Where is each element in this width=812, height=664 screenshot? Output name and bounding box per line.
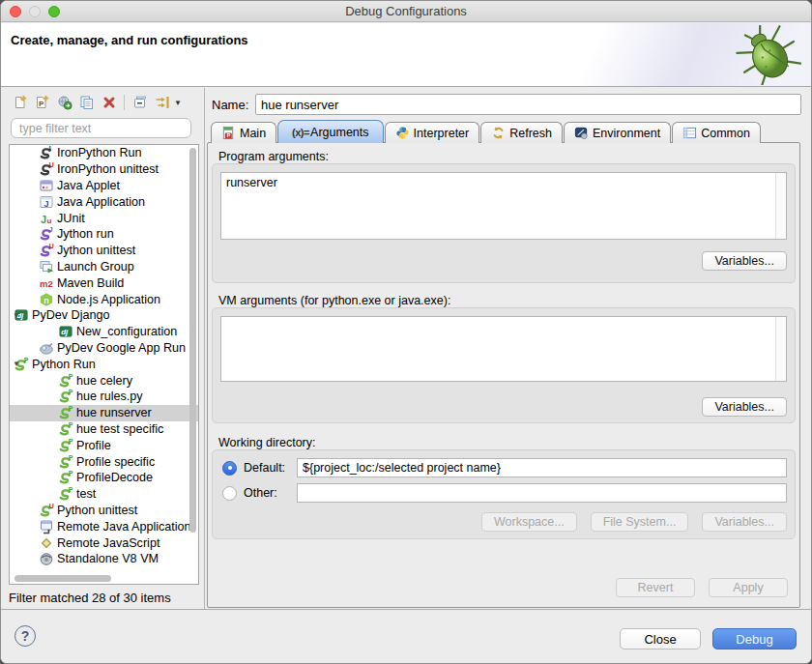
tree-horizontal-scrollbar[interactable] — [14, 575, 111, 582]
tree-item-label: Java Applet — [57, 179, 120, 192]
tree-item-label: Launch Group — [57, 260, 134, 274]
default-radio[interactable] — [222, 461, 237, 476]
tab-label: Interpreter — [414, 127, 470, 140]
tree-item-maven-build[interactable]: m2Maven Build — [10, 274, 198, 291]
tree-item-remote-java-application[interactable]: Remote Java Application — [10, 518, 198, 534]
tab-arguments[interactable]: (x)=Arguments — [277, 120, 383, 143]
tree-item-pydev-django[interactable]: ▼djPyDev Django — [10, 307, 198, 324]
svg-text:P: P — [69, 486, 73, 493]
tree-item-label: Maven Build — [57, 276, 124, 290]
java-applet-icon — [39, 178, 54, 193]
tree-item-hue-celery[interactable]: Phue celery — [10, 372, 198, 389]
working-directory-group: Default: Other: Workspace... File System… — [212, 449, 796, 539]
new-prototype-button[interactable]: P — [31, 94, 53, 112]
vm-arguments-variables-button[interactable]: Variables... — [702, 397, 787, 417]
tree-item-java-applet[interactable]: Java Applet — [10, 178, 198, 194]
tree-item-label: Node.js Application — [57, 293, 160, 306]
toolbar-separator — [124, 95, 125, 110]
other-directory-field[interactable] — [297, 483, 787, 503]
collapse-all-button[interactable] — [129, 94, 151, 112]
delete-button[interactable] — [98, 94, 120, 112]
filter-icon — [155, 95, 170, 110]
export-launch-configurations-icon — [57, 95, 72, 110]
tab-common[interactable]: Common — [672, 122, 761, 143]
tree-item-python-run[interactable]: ▼PPython Run — [10, 356, 198, 372]
java-application-icon: J — [39, 194, 54, 210]
svg-text:U: U — [49, 243, 54, 249]
textarea-scrollbar[interactable] — [775, 317, 786, 381]
tab-label: Refresh — [509, 127, 552, 140]
tab-main[interactable]: PMain — [211, 122, 276, 143]
tree-item-profile[interactable]: PProfile — [10, 437, 198, 453]
maven-build-icon: m2 — [39, 275, 54, 291]
vm-arguments-label: VM arguments (for python.exe or java.exe… — [218, 294, 450, 307]
expand-triangle-icon[interactable]: ▼ — [13, 311, 20, 320]
default-directory-field[interactable] — [297, 458, 787, 477]
tree-item-ironpython-run[interactable]: IIronPython Run — [10, 145, 198, 161]
launch-group-icon — [39, 259, 54, 274]
python-run-icon: P — [58, 373, 73, 389]
tree-item-python-unittest[interactable]: UPython unittest — [10, 503, 198, 519]
program-arguments-variables-button[interactable]: Variables... — [702, 251, 787, 271]
duplicate-button[interactable] — [75, 94, 98, 112]
tree-item-label: hue rules.py — [76, 390, 143, 403]
other-radio-label: Other: — [244, 486, 297, 500]
expand-triangle-icon[interactable]: ▼ — [13, 360, 20, 368]
export-launch-configurations-button[interactable] — [53, 94, 75, 112]
tree-item-jython-run[interactable]: JJython run — [10, 226, 198, 243]
revert-button: Revert — [616, 578, 695, 597]
tree-item-profile-specific[interactable]: PProfile specific — [10, 453, 198, 470]
new-launch-configuration-button[interactable] — [9, 94, 31, 112]
program-arguments-group: runserver Variables... — [212, 163, 796, 283]
close-button[interactable]: Close — [620, 628, 701, 650]
svg-text:P: P — [227, 132, 231, 138]
default-radio-label: Default: — [244, 461, 297, 475]
name-input[interactable] — [255, 94, 801, 115]
arguments-tab-icon: (x)= — [292, 125, 306, 139]
tree-item-java-application[interactable]: JJava Application — [10, 193, 198, 210]
apply-button: Apply — [709, 578, 788, 597]
vm-arguments-textarea[interactable] — [220, 316, 787, 382]
tree-item-node-js-application[interactable]: nNode.js Application — [10, 291, 198, 307]
tree-item-pydev-google-app-run[interactable]: PyDev Google App Run — [10, 340, 198, 357]
tree-item-jython-unittest[interactable]: UJython unittest — [10, 243, 198, 259]
svg-text:P: P — [69, 470, 73, 476]
tree-item-test[interactable]: Ptest — [10, 486, 198, 503]
working-directory-label: Working directory: — [218, 436, 316, 449]
program-arguments-textarea[interactable]: runserver — [220, 172, 787, 240]
tree-item-ironpython-unittest[interactable]: UIronPython unittest — [10, 161, 198, 178]
filter-launch-configurations-button[interactable] — [151, 94, 173, 112]
debug-configurations-dialog: Debug Configurations Create, manage, and… — [0, 0, 812, 664]
tab-refresh[interactable]: Refresh — [480, 122, 563, 143]
window-titlebar: Debug Configurations — [1, 1, 811, 22]
tab-environment[interactable]: Environment — [564, 122, 671, 143]
other-radio[interactable] — [222, 486, 237, 501]
python-run-icon: P — [58, 438, 73, 453]
python-run-icon: P — [58, 389, 73, 404]
svg-text:P: P — [69, 454, 73, 461]
duplicate-icon — [79, 95, 95, 110]
tree-item-launch-group[interactable]: Launch Group — [10, 259, 198, 275]
filter-menu-caret-icon[interactable]: ▼ — [174, 99, 182, 107]
remote-java-application-icon — [39, 519, 54, 534]
tab-interpreter[interactable]: Interpreter — [385, 122, 480, 143]
svg-text:U: U — [49, 503, 54, 509]
python-run-icon: P — [58, 421, 73, 437]
tree-item-hue-rules-py[interactable]: Phue rules.py — [10, 389, 198, 405]
tree-item-junit[interactable]: JuJUnit — [10, 210, 198, 226]
svg-text:n: n — [44, 295, 49, 304]
filter-input[interactable] — [11, 118, 191, 138]
tree-item-hue-test-specific[interactable]: Phue test specific — [10, 421, 198, 438]
tree-item-hue-runserver[interactable]: Phue runserver — [10, 405, 198, 421]
tree-item-new-configuration[interactable]: djNew_configuration — [10, 324, 198, 340]
textarea-scrollbar[interactable] — [775, 173, 786, 239]
tree-item-profiledecode[interactable]: PProfileDecode — [10, 470, 198, 486]
svg-text:u: u — [47, 216, 52, 224]
help-button[interactable]: ? — [14, 625, 36, 647]
tree-item-remote-javascript[interactable]: Remote JavaScript — [10, 534, 198, 551]
main-tab-icon: P — [221, 126, 236, 140]
debug-button[interactable]: Debug — [712, 628, 797, 650]
tree-vertical-scrollbar[interactable] — [189, 148, 196, 533]
tree-item-standalone-v8-vm[interactable]: Standalone V8 VM — [10, 551, 198, 567]
tab-label: Common — [701, 127, 750, 140]
